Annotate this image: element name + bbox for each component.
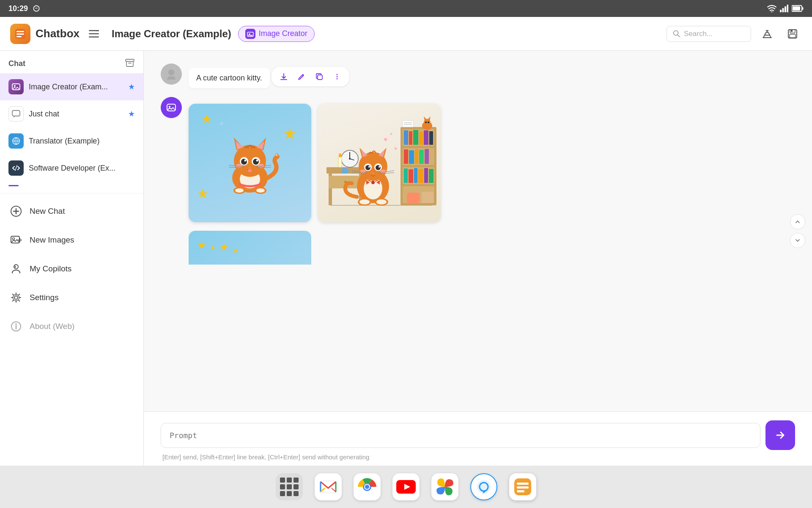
svg-point-1 bbox=[771, 11, 773, 12]
sidebar-action-settings[interactable]: Settings bbox=[0, 283, 143, 312]
image-grid: ★ ★ ★ ✦ ✦ bbox=[189, 104, 795, 222]
menu-toggle-button[interactable] bbox=[86, 26, 102, 41]
save-button[interactable] bbox=[783, 25, 802, 43]
prompt-input[interactable] bbox=[161, 423, 760, 448]
svg-point-55 bbox=[337, 76, 338, 77]
cat-image-card-1[interactable]: ★ ★ ★ ✦ ✦ bbox=[189, 104, 311, 222]
svg-point-69 bbox=[253, 159, 259, 165]
svg-rect-129 bbox=[403, 121, 413, 127]
svg-rect-169 bbox=[517, 483, 529, 485]
taskbar-chatbox-button[interactable] bbox=[509, 473, 536, 500]
image-creator-badge[interactable]: Image Creator bbox=[238, 26, 315, 42]
time-display: 10:29 bbox=[8, 4, 28, 13]
svg-rect-96 bbox=[409, 150, 414, 164]
cat-image-card-2[interactable]: ♥ ♥ ♥ bbox=[318, 104, 441, 222]
taskbar-gmail-button[interactable] bbox=[315, 473, 342, 500]
search-box[interactable]: Search... bbox=[667, 26, 751, 42]
new-chat-label: New Chat bbox=[30, 207, 65, 216]
new-chat-icon bbox=[8, 204, 24, 219]
svg-point-38 bbox=[13, 238, 15, 240]
app-logo-icon bbox=[10, 24, 30, 44]
svg-text:♥: ♥ bbox=[384, 136, 388, 143]
sidebar-action-my-copilots[interactable]: My Copilots bbox=[0, 254, 143, 283]
taskbar-youtube-button[interactable] bbox=[392, 473, 420, 500]
svg-rect-102 bbox=[414, 168, 417, 183]
svg-point-123 bbox=[349, 158, 351, 160]
archive-button[interactable] bbox=[125, 58, 135, 70]
chat-item-label-image-creator: Image Creator (Exam... bbox=[29, 83, 123, 91]
sidebar-item-software-dev[interactable]: Software Developer (Ex... bbox=[0, 155, 143, 182]
scroll-up-button[interactable] bbox=[790, 214, 805, 229]
chat-item-icon-just-chat bbox=[8, 106, 24, 121]
svg-rect-90 bbox=[409, 131, 412, 145]
svg-text:♥: ♥ bbox=[390, 132, 392, 136]
svg-point-43 bbox=[14, 266, 15, 267]
sidebar-item-image-creator[interactable]: Image Creator (Exam... ★ bbox=[0, 73, 143, 100]
svg-rect-24 bbox=[790, 34, 796, 38]
partial-star-3: ★ bbox=[219, 241, 229, 253]
app-container: Chatbox Image Creator (Example) Image Cr… bbox=[0, 17, 812, 466]
svg-rect-15 bbox=[89, 36, 99, 38]
sidebar-action-new-images[interactable]: New Images bbox=[0, 226, 143, 254]
chat-item-icon-image-creator bbox=[8, 79, 24, 94]
app-logo-area: Chatbox bbox=[10, 24, 80, 44]
svg-rect-91 bbox=[413, 130, 418, 145]
status-left: 10:29 bbox=[8, 4, 41, 13]
scroll-down-button[interactable] bbox=[790, 233, 805, 248]
sidebar-action-about[interactable]: About (Web) bbox=[0, 312, 143, 341]
my-copilots-icon bbox=[8, 261, 24, 276]
svg-rect-99 bbox=[425, 149, 429, 164]
svg-rect-98 bbox=[419, 150, 424, 164]
taskbar-grid-button[interactable] bbox=[276, 473, 303, 500]
svg-point-56 bbox=[337, 78, 338, 80]
more-action-button[interactable] bbox=[330, 69, 344, 84]
svg-point-50 bbox=[168, 69, 174, 75]
partial-image-card-1[interactable]: ★ ✦ ★ ★ bbox=[189, 231, 311, 265]
sidebar-action-new-chat[interactable]: New Chat bbox=[0, 197, 143, 226]
badge-label: Image Creator bbox=[259, 29, 307, 38]
battery-icon bbox=[792, 5, 804, 12]
input-hint: [Enter] send, [Shift+Enter] line break, … bbox=[161, 453, 795, 461]
svg-text:♥: ♥ bbox=[394, 146, 397, 152]
taskbar-messages-button[interactable] bbox=[470, 473, 497, 500]
room-bg-svg: ♥ ♥ ♥ bbox=[318, 104, 441, 222]
svg-rect-30 bbox=[12, 110, 20, 116]
chat-item-label-translator: Translator (Example) bbox=[29, 137, 135, 146]
svg-line-33 bbox=[15, 166, 17, 171]
cat-image-2-display: ♥ ♥ ♥ bbox=[318, 104, 441, 222]
svg-point-125 bbox=[339, 153, 341, 157]
svg-point-70 bbox=[244, 160, 247, 162]
sidebar-chat-list: Image Creator (Exam... ★ Just chat ★ bbox=[0, 73, 143, 466]
taskbar-photos-button[interactable] bbox=[431, 473, 458, 500]
star-3: ★ bbox=[197, 186, 208, 201]
partial-star-2: ✦ bbox=[210, 243, 216, 253]
svg-point-58 bbox=[169, 106, 170, 108]
svg-point-68 bbox=[241, 159, 247, 165]
star-2: ★ bbox=[283, 125, 296, 143]
settings-label: Settings bbox=[30, 293, 59, 302]
clean-button[interactable] bbox=[758, 25, 776, 43]
send-button[interactable] bbox=[765, 420, 795, 450]
svg-point-74 bbox=[248, 169, 252, 172]
copy-action-button[interactable] bbox=[312, 69, 326, 84]
svg-point-146 bbox=[380, 170, 386, 174]
sidebar-item-just-chat[interactable]: Just chat ★ bbox=[0, 100, 143, 127]
svg-rect-100 bbox=[404, 168, 408, 183]
partial-star-1: ★ bbox=[197, 239, 206, 251]
taskbar-chrome-button[interactable] bbox=[354, 473, 381, 500]
star-1: ★ bbox=[201, 112, 212, 126]
chat-main: A cute cartoon kitty. bbox=[144, 51, 812, 466]
ai-avatar bbox=[161, 97, 182, 118]
messages-icon bbox=[476, 479, 491, 494]
svg-rect-124 bbox=[338, 157, 342, 167]
svg-rect-14 bbox=[89, 33, 99, 34]
svg-rect-11 bbox=[16, 33, 24, 35]
sidebar-item-translator[interactable]: Translator (Example) bbox=[0, 127, 143, 155]
ai-message-row: ★ ★ ★ ✦ ✦ bbox=[161, 97, 795, 222]
download-action-button[interactable] bbox=[277, 69, 291, 84]
ai-message-content: ★ ★ ★ ✦ ✦ bbox=[189, 97, 795, 222]
edit-action-button[interactable] bbox=[294, 69, 309, 84]
svg-rect-5 bbox=[787, 5, 789, 12]
sidebar-section-label: Chat bbox=[8, 59, 25, 68]
input-row bbox=[161, 420, 795, 450]
